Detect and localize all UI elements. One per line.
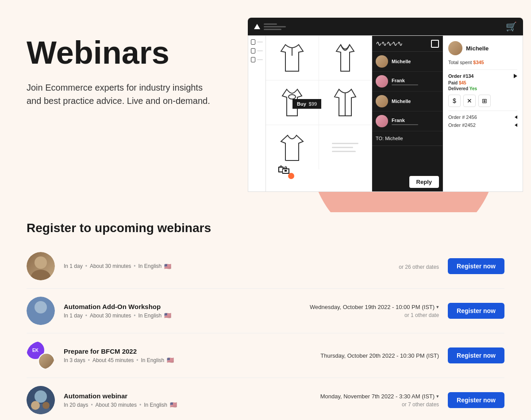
hero-section: Webinars Join Ecommerce experts for indu…	[0, 0, 531, 212]
webinar-date: Thursday, October 20th 2022 - 10:30 PM (…	[289, 352, 439, 359]
mock-sidebar	[248, 36, 266, 191]
close-icon[interactable]: ✕	[463, 95, 476, 107]
order-links: Order # 2456 Order #2452	[448, 111, 517, 128]
webinar-info: Prepare for BFCM 2022 In 3 days • About …	[64, 347, 280, 363]
webinar-info: Automation webinar In 20 days • About 30…	[64, 392, 280, 408]
paid-label: Paid	[448, 80, 458, 85]
flag-icon: 🇺🇸	[167, 357, 174, 363]
webinar-avatar-stack: EK	[27, 341, 55, 370]
register-button[interactable]: Register now	[448, 392, 504, 408]
chat-message-content: Frank	[392, 78, 418, 85]
webinar-avatar	[27, 297, 55, 325]
wavy-line	[392, 84, 418, 85]
order-link-2: Order #2452	[448, 122, 517, 128]
triangle-icon	[254, 24, 260, 29]
product-row	[266, 36, 372, 80]
flag-icon: 🇺🇸	[164, 263, 171, 270]
chat-message-1: Michelle	[372, 52, 442, 72]
topbar-lines	[264, 23, 502, 30]
webinar-timing: In 1 day	[64, 263, 83, 269]
svg-point-10	[42, 402, 50, 409]
mock-main-area: Buy $99	[248, 35, 523, 192]
customer-avatar	[448, 41, 462, 55]
order-link-arrow	[515, 115, 517, 119]
register-button[interactable]: Register now	[448, 258, 504, 274]
order-link-label: Order # 2456	[448, 115, 477, 120]
webinar-duration: About 30 minutes	[90, 313, 131, 319]
hero-left: Webinars Join Ecommerce experts for indu…	[27, 18, 248, 212]
product-grid: Buy $99	[266, 36, 372, 191]
customer-header: Michelle	[448, 41, 517, 55]
reply-button[interactable]: Reply	[409, 176, 439, 188]
chat-name: Michelle	[392, 59, 411, 64]
buy-label: Buy	[297, 101, 306, 107]
chevron-down-icon: ▾	[436, 304, 439, 310]
chat-message-content: Frank	[392, 118, 418, 125]
order-paid: Paid $45	[448, 80, 517, 85]
dot: •	[85, 313, 87, 319]
add-icon[interactable]: ⊞	[478, 95, 491, 107]
webinar-duration: About 30 minutes	[90, 263, 131, 269]
webinar-language: In English	[141, 357, 165, 363]
register-button[interactable]: Register now	[448, 347, 504, 363]
svg-point-7	[35, 390, 47, 403]
cart-icon: 🛒	[506, 21, 517, 32]
chat-header: ∿∿∿∿∿	[372, 36, 442, 52]
webinar-info: Automation Add-On Workshop In 1 day • Ab…	[64, 303, 280, 319]
webinar-title: Prepare for BFCM 2022	[64, 347, 280, 355]
webinar-date-section: Monday, November 7th 2022 - 3:30 AM (IST…	[289, 393, 439, 408]
order-section-1: Order #134 Paid $45 Delivered Yes	[448, 69, 517, 91]
webinar-title: Automation webinar	[64, 392, 280, 400]
dot: •	[134, 313, 135, 319]
checkbox	[251, 48, 255, 53]
copy-icon	[431, 40, 439, 48]
customer-spent: Total spent $345	[448, 60, 517, 65]
check-item	[251, 48, 263, 53]
topbar-line	[264, 26, 286, 27]
customer-panel: Michelle Total spent $345 Order #134 Pai…	[443, 36, 523, 191]
customer-name: Michelle	[466, 45, 489, 52]
wavy-decoration: ∿∿∿∿∿	[376, 39, 402, 48]
flag-icon: 🇺🇸	[170, 401, 177, 408]
hero-right: 🛒	[248, 18, 523, 212]
avatar-photo	[38, 353, 55, 370]
dot: •	[134, 263, 135, 269]
avatar-frank2	[376, 115, 388, 127]
dollar-icon[interactable]: $	[448, 95, 461, 107]
webinar-meta: In 3 days • About 45 minutes • In Englis…	[64, 357, 280, 363]
avatar-michelle2	[376, 95, 388, 107]
product-cell	[319, 80, 372, 125]
chevron-down-icon: ▾	[436, 393, 439, 399]
action-icons: $ ✕ ⊞	[448, 95, 517, 107]
check-line	[257, 42, 263, 42]
order-expand-icon[interactable]	[514, 74, 517, 78]
reply-area: Reply	[372, 172, 442, 191]
check-line	[257, 50, 263, 51]
product-cell	[266, 125, 319, 169]
spent-label: Total spent	[448, 60, 472, 65]
avatar-frank	[376, 75, 388, 88]
dot: •	[85, 263, 87, 269]
register-button[interactable]: Register now	[448, 303, 504, 319]
webinar-language: In English	[139, 263, 162, 269]
chat-input-area	[372, 146, 442, 172]
page-title: Webinars	[27, 35, 248, 70]
checkbox	[251, 57, 255, 62]
chat-message-content: Michelle	[392, 99, 411, 104]
ui-mock: 🛒	[248, 18, 523, 192]
webinar-timing: In 20 days	[64, 402, 88, 408]
webinar-language: In English	[139, 313, 162, 319]
chat-message-2: Frank	[372, 72, 442, 92]
section-title: Register to upcoming webinars	[27, 221, 504, 235]
webinars-section: Register to upcoming webinars In 1 day •…	[0, 212, 531, 420]
order-header: Order #134	[448, 73, 517, 79]
webinar-date: Monday, November 7th 2022 - 3:30 AM (IST…	[289, 393, 439, 400]
chat-panel: ∿∿∿∿∿ Michelle Frank	[372, 36, 443, 191]
chat-message-content: Michelle	[392, 59, 411, 64]
webinar-row: Automation Add-On Workshop In 1 day • Ab…	[27, 289, 504, 333]
other-dates: or 7 other dates	[289, 401, 439, 408]
svg-point-2	[35, 256, 47, 269]
product-cell	[266, 36, 319, 80]
webinar-title: Automation Add-On Workshop	[64, 303, 280, 310]
product-cell	[319, 36, 372, 80]
